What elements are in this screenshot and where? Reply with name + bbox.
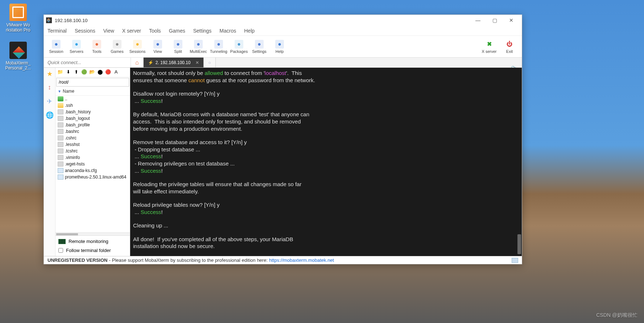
quick-connect-input[interactable] xyxy=(44,58,131,67)
terminal-scrollbar[interactable] xyxy=(517,234,521,254)
fb-item[interactable]: .bash_profile xyxy=(55,122,130,128)
menu-terminal[interactable]: Terminal xyxy=(48,28,67,34)
fb-item[interactable]: .wget-hsts xyxy=(55,161,130,167)
menu-macros[interactable]: Macros xyxy=(219,28,236,34)
menu-xserver[interactable]: X server xyxy=(122,28,141,34)
side-arrows-icon[interactable]: ↕ xyxy=(46,84,54,92)
side-plane-icon[interactable]: ✈ xyxy=(46,97,54,105)
toolbar-xserver-button[interactable]: ✖X server xyxy=(479,40,499,54)
toolbar-servers-button[interactable]: ●Servers xyxy=(66,40,87,54)
fb-item[interactable]: prometheus-2.50.1.linux-amd64 xyxy=(55,174,130,180)
fb-item[interactable]: .viminfo xyxy=(55,154,130,161)
tab-new[interactable]: ○ xyxy=(204,58,215,67)
new-tab-icon: ○ xyxy=(208,60,211,65)
file-icon xyxy=(58,142,63,147)
titlebar[interactable]: 192.168.100.10 — ▢ ✕ xyxy=(44,15,522,26)
file-icon xyxy=(58,116,63,121)
toolbar-exit-button[interactable]: ⏻Exit xyxy=(499,40,520,54)
toolbar-packages-button[interactable]: ●Packages xyxy=(229,40,249,54)
subscribe-link[interactable]: https://mobaxterm.mobatek.net xyxy=(269,257,334,263)
window-title: 192.168.100.10 xyxy=(55,18,87,23)
desktop-icon-mobaxterm[interactable]: MobaXterm_ Personal_2... xyxy=(2,42,34,71)
fb-item-name: .bashrc xyxy=(65,129,79,134)
fb-item[interactable]: .tcshrc xyxy=(55,148,130,154)
fb-item[interactable]: .bash_history xyxy=(55,109,130,115)
chevron-down-icon: ▾ xyxy=(58,89,61,94)
follow-checkbox[interactable] xyxy=(58,248,63,253)
status-monitor-icon[interactable] xyxy=(512,258,518,263)
toolbar-sessions-button[interactable]: ●Sessions xyxy=(127,40,148,54)
tab-close-icon[interactable]: ✕ xyxy=(195,60,199,65)
toolbar-games-button[interactable]: ●Games xyxy=(107,40,127,54)
fb-list: ...ssh.bash_history.bash_logout.bash_pro… xyxy=(55,96,130,232)
fb-item-name: .. xyxy=(65,96,67,101)
status-message: Please support MobaXterm by subscribing … xyxy=(112,257,268,263)
desktop-icon-vmware[interactable]: VMware Wo rkstation Pro xyxy=(2,4,34,33)
close-button[interactable]: ✕ xyxy=(503,15,520,25)
fb-item[interactable]: .ssh xyxy=(55,102,130,109)
fb-item[interactable]: .cshrc xyxy=(55,135,130,141)
fb-tool-icon-4[interactable]: 📂 xyxy=(89,69,95,76)
fb-toolbar: 📁⬇⬆🟢📂⬤🔴A xyxy=(55,68,130,77)
side-globe-icon[interactable]: 🌐 xyxy=(46,111,54,119)
menu-settings[interactable]: Settings xyxy=(193,28,212,34)
toolbar-tools-button[interactable]: ●Tools xyxy=(87,40,107,54)
tab-session-active[interactable]: ⚡ 2. 192.168.100.10 ✕ xyxy=(144,58,204,67)
toolbar-split-button[interactable]: ●Split xyxy=(168,40,188,54)
menu-help[interactable]: Help xyxy=(244,28,255,34)
fb-tool-icon-2[interactable]: ⬆ xyxy=(73,69,79,76)
fb-item-name: .wget-hsts xyxy=(65,162,85,167)
follow-terminal-checkbox[interactable]: Follow terminal folder xyxy=(58,248,127,253)
toolbar-session-button[interactable]: ●Session xyxy=(46,40,66,54)
menu-sessions[interactable]: Sessions xyxy=(75,28,95,34)
menu-view[interactable]: View xyxy=(103,28,114,34)
toolbar-tunneling-button[interactable]: ●Tunneling xyxy=(209,40,229,54)
fb-tool-icon-6[interactable]: 🔴 xyxy=(105,69,111,76)
fb-header[interactable]: ▾ Name xyxy=(55,87,130,96)
terminal[interactable]: Normally, root should only be allowed to… xyxy=(130,68,522,256)
fb-path-input[interactable] xyxy=(56,78,129,87)
minimize-button[interactable]: — xyxy=(470,15,486,25)
window-controls: — ▢ ✕ xyxy=(470,15,520,25)
remote-monitoring-button[interactable]: Remote monitoring xyxy=(58,239,127,244)
toolbar-view-button[interactable]: ●View xyxy=(148,40,168,54)
fb-item-name: .bash_history xyxy=(65,109,91,114)
fb-item-name: .lesshst xyxy=(65,142,80,147)
side-toolbar: ★ ↕ ✈ 🌐 xyxy=(44,68,55,256)
toolbar-help-button[interactable]: ●Help xyxy=(269,40,290,54)
fb-item[interactable]: anaconda-ks.cfg xyxy=(55,167,130,174)
fb-item[interactable]: .bashrc xyxy=(55,128,130,135)
menu-tools[interactable]: Tools xyxy=(149,28,161,34)
file-icon xyxy=(58,129,63,134)
tab-home[interactable]: ⌂ xyxy=(131,58,144,67)
fb-footer: Remote monitoring Follow terminal folder xyxy=(55,235,130,256)
file-browser: 📁⬇⬆🟢📂⬤🔴A ▾ Name ...ssh.bash_history.bash… xyxy=(55,68,130,256)
file-icon xyxy=(58,122,63,127)
toolbar-multiexec-button[interactable]: ●MultiExec xyxy=(188,40,209,54)
fb-tool-icon-5[interactable]: ⬤ xyxy=(97,69,103,76)
app-icon xyxy=(46,17,52,23)
desktop-icon-label: MobaXterm_ Personal_2... xyxy=(2,60,34,71)
follow-label: Follow terminal folder xyxy=(66,248,111,253)
fb-tool-icon-7[interactable]: A xyxy=(113,69,119,76)
file-icon xyxy=(58,175,63,180)
main-area: ★ ↕ ✈ 🌐 📁⬇⬆🟢📂⬤🔴A ▾ Name ...ssh.bash_hist… xyxy=(44,68,522,256)
unregistered-label: UNREGISTERED VERSION xyxy=(48,257,107,263)
file-icon xyxy=(58,155,63,160)
side-star-icon[interactable]: ★ xyxy=(46,70,54,78)
file-icon xyxy=(58,168,63,173)
fb-item-name: prometheus-2.50.1.linux-amd64 xyxy=(65,175,126,180)
fb-tool-icon-3[interactable]: 🟢 xyxy=(81,69,87,76)
fb-tool-icon-1[interactable]: ⬇ xyxy=(65,69,71,76)
menubar: Terminal Sessions View X server Tools Ga… xyxy=(44,26,522,36)
fb-item-name: .tcshrc xyxy=(65,148,78,154)
fb-item[interactable]: .lesshst xyxy=(55,141,130,148)
fb-tool-icon-0[interactable]: 📁 xyxy=(57,69,63,76)
fb-item[interactable]: .. xyxy=(55,96,130,102)
maximize-button[interactable]: ▢ xyxy=(486,15,503,25)
toolbar-settings-button[interactable]: ●Settings xyxy=(249,40,269,54)
fb-item[interactable]: .bash_logout xyxy=(55,115,130,122)
menu-games[interactable]: Games xyxy=(169,28,185,34)
watermark: CSDN @奶嘴很忙 xyxy=(596,312,637,319)
home-icon: ⌂ xyxy=(135,59,139,66)
